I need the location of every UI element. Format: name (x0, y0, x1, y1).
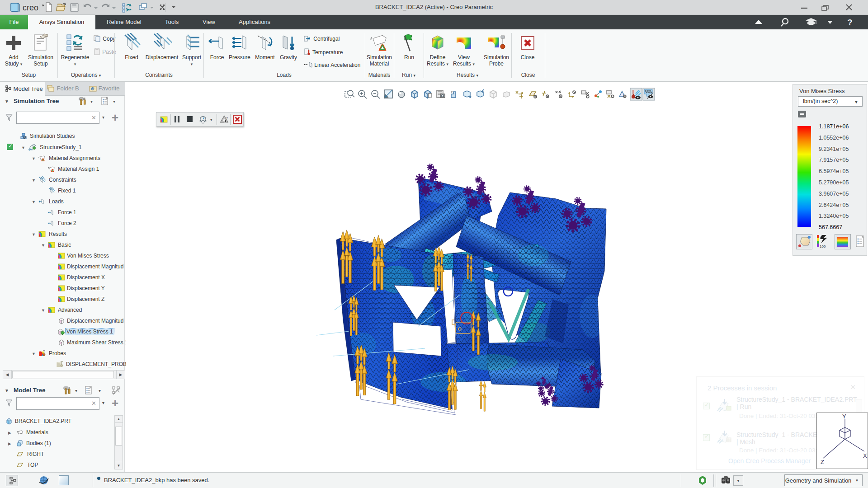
svg-text:100: 100 (820, 244, 826, 249)
svg-text:?: ? (226, 117, 228, 120)
svg-text:X: X (863, 452, 867, 459)
svg-text:Y: Y (842, 413, 846, 420)
svg-text:creo: creo (23, 3, 38, 12)
svg-text:?: ? (847, 18, 853, 27)
svg-text:Z: Z (821, 459, 824, 465)
